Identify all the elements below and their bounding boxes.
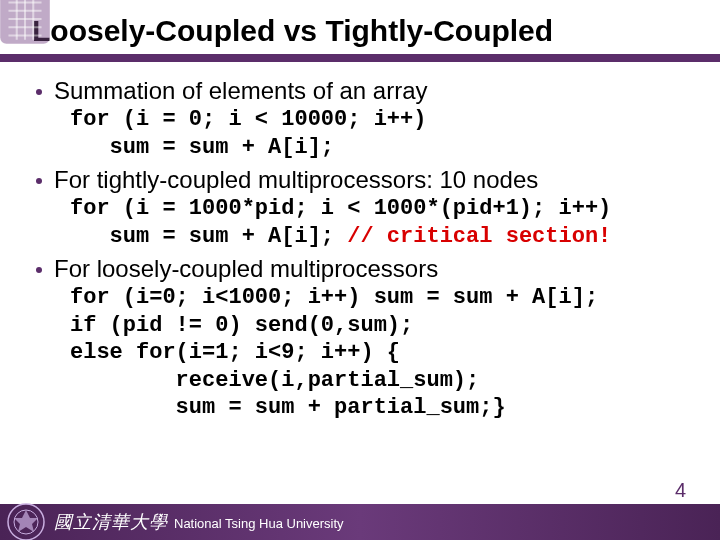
code-block-2: for (i = 1000*pid; i < 1000*(pid+1); i++… [70, 195, 692, 250]
footer-strip: 國立清華大學 National Tsing Hua University [0, 504, 720, 540]
slide-footer: 國立清華大學 National Tsing Hua University [0, 492, 720, 540]
bullet-dot-icon [36, 178, 42, 184]
bullet-3: For loosely-coupled multiprocessors [36, 254, 692, 284]
footer-university-name: 國立清華大學 National Tsing Hua University [54, 510, 344, 534]
bullet-2: For tightly-coupled multiprocessors: 10 … [36, 165, 692, 195]
bullet-3-text: For loosely-coupled multiprocessors [54, 254, 438, 284]
slide-content: Summation of elements of an array for (i… [0, 62, 720, 422]
code-block-3: for (i=0; i<1000; i++) sum = sum + A[i];… [70, 284, 692, 422]
critical-section-comment: // critical section! [347, 224, 611, 249]
slide-title: Loosely-Coupled vs Tightly-Coupled [0, 0, 720, 54]
bullet-1: Summation of elements of an array [36, 76, 692, 106]
university-seal-icon [6, 502, 46, 540]
university-name-english: National Tsing Hua University [174, 516, 344, 531]
bullet-1-text: Summation of elements of an array [54, 76, 428, 106]
bullet-2-text: For tightly-coupled multiprocessors: 10 … [54, 165, 538, 195]
bullet-dot-icon [36, 89, 42, 95]
corner-university-seal-icon [0, 0, 56, 50]
code-block-1: for (i = 0; i < 10000; i++) sum = sum + … [70, 106, 692, 161]
title-underline [0, 54, 720, 62]
university-name-chinese: 國立清華大學 [54, 510, 168, 534]
bullet-dot-icon [36, 267, 42, 273]
